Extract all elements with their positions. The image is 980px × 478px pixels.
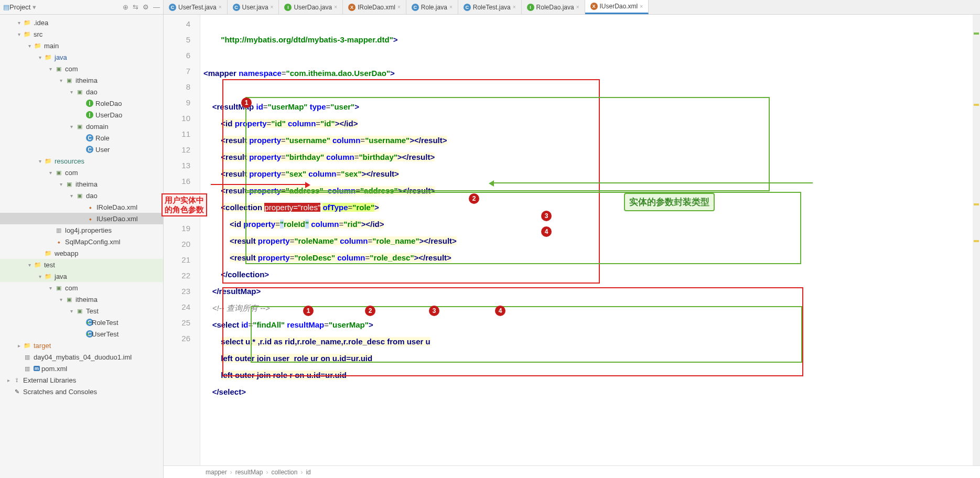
tab-usertest-java[interactable]: CUserTest.java× xyxy=(164,0,228,14)
tab-roletest-java[interactable]: CRoleTest.java× xyxy=(458,0,522,14)
tree-item-java[interactable]: ▾📁java xyxy=(0,51,163,63)
code-editor[interactable]: "http://mybatis.org/dtd/mybatis-3-mapper… xyxy=(200,15,973,465)
close-icon[interactable]: × xyxy=(449,4,453,10)
tree-item-pom-xml[interactable]: ▥mpom.xml xyxy=(0,363,163,374)
tree-item-iroledao-xml[interactable]: ⬥IRoleDao.xml xyxy=(0,201,163,213)
tree-item-user[interactable]: CUser xyxy=(0,144,163,155)
tree-item-itheima[interactable]: ▾▣itheima xyxy=(0,178,163,190)
tree-item-src[interactable]: ▾📁src xyxy=(0,28,163,40)
tree-twisty[interactable]: ▾ xyxy=(58,78,64,83)
breadcrumb[interactable]: mapper›resultMap›collection›id xyxy=(164,465,980,478)
line-number[interactable]: 19 xyxy=(164,221,190,236)
tree-twisty[interactable]: ▾ xyxy=(26,262,33,268)
tree-twisty[interactable]: ▾ xyxy=(68,308,74,314)
tree-twisty[interactable]: ▾ xyxy=(68,124,74,129)
line-number[interactable]: 5 xyxy=(164,32,190,48)
tree-item-role[interactable]: CRole xyxy=(0,132,163,144)
tree-item-roledao[interactable]: IRoleDao xyxy=(0,97,163,109)
line-number[interactable]: 7 xyxy=(164,63,190,79)
close-icon[interactable]: × xyxy=(640,4,643,9)
tree-item-main[interactable]: ▾📁main xyxy=(0,40,163,51)
close-icon[interactable]: × xyxy=(576,4,579,10)
tree-twisty[interactable]: ▸ xyxy=(5,377,12,383)
tree-item-log4j-properties[interactable]: ▥log4j.properties xyxy=(0,224,163,236)
line-number[interactable]: 20 xyxy=(164,236,190,252)
line-number[interactable]: 25 xyxy=(164,315,190,331)
close-icon[interactable]: × xyxy=(397,4,401,10)
tree-item-sqlmapconfig-xml[interactable]: ⬥SqlMapConfig.xml xyxy=(0,236,163,247)
line-number[interactable]: 6 xyxy=(164,48,190,63)
project-tree[interactable]: ▾📁.idea▾📁src▾📁main▾📁java▾▣com▾▣itheima▾▣… xyxy=(0,15,163,478)
tree-twisty[interactable]: ▾ xyxy=(37,158,43,164)
tree-item-resources[interactable]: ▾📁resources xyxy=(0,155,163,167)
tree-item-scratches-and-consoles[interactable]: ✎Scratches and Consoles xyxy=(0,386,163,397)
tree-item--idea[interactable]: ▾📁.idea xyxy=(0,17,163,28)
tree-twisty[interactable]: ▾ xyxy=(47,170,53,176)
line-number[interactable]: 23 xyxy=(164,284,190,299)
line-number[interactable]: 10 xyxy=(164,111,190,126)
locate-icon[interactable]: ⊕ xyxy=(123,3,128,11)
tree-item-itheima[interactable]: ▾▣itheima xyxy=(0,294,163,305)
line-number[interactable]: 22 xyxy=(164,268,190,284)
gear-icon[interactable]: ⚙ xyxy=(143,3,149,11)
tree-item-itheima[interactable]: ▾▣itheima xyxy=(0,74,163,86)
tree-item-dao[interactable]: ▾▣dao xyxy=(0,190,163,201)
tree-item-iuserdao-xml[interactable]: ⬥IUserDao.xml xyxy=(0,213,163,224)
tab-iuserdao-xml[interactable]: XIUserDao.xml× xyxy=(585,0,649,14)
expand-icon[interactable]: ⇆ xyxy=(133,3,138,11)
line-number[interactable]: 16 xyxy=(164,173,190,189)
tab-roledao-java[interactable]: IRoleDao.java× xyxy=(522,0,585,14)
tree-item-external-libraries[interactable]: ▸⟟External Libraries xyxy=(0,374,163,386)
tab-role-java[interactable]: CRole.java× xyxy=(406,0,458,14)
hide-icon[interactable]: — xyxy=(153,3,160,11)
tree-item-test[interactable]: ▾📁test xyxy=(0,259,163,270)
tree-twisty[interactable]: ▾ xyxy=(58,297,64,302)
close-icon[interactable]: × xyxy=(334,4,337,10)
tree-twisty[interactable]: ▸ xyxy=(16,343,22,349)
tree-twisty[interactable]: ▾ xyxy=(58,181,64,187)
breadcrumb-item[interactable]: mapper xyxy=(206,469,227,476)
tree-twisty[interactable]: ▾ xyxy=(47,285,53,291)
line-number[interactable]: 26 xyxy=(164,331,190,346)
tree-item-roletest[interactable]: C▸RoleTest xyxy=(0,317,163,328)
tree-twisty[interactable]: ▾ xyxy=(16,20,22,26)
dropdown-icon[interactable]: ▾ xyxy=(33,3,36,11)
tree-twisty[interactable]: ▾ xyxy=(26,43,33,49)
tree-item-java[interactable]: ▾📁java xyxy=(0,270,163,282)
tree-item-com[interactable]: ▾▣com xyxy=(0,167,163,178)
tree-item-usertest[interactable]: C▸UserTest xyxy=(0,328,163,340)
tree-twisty[interactable]: ▾ xyxy=(37,274,43,279)
breadcrumb-item[interactable]: collection xyxy=(271,469,297,476)
tree-twisty[interactable]: ▾ xyxy=(37,55,43,60)
prop-icon: ▥ xyxy=(23,364,31,373)
tree-twisty[interactable]: ▾ xyxy=(47,66,53,72)
line-number[interactable]: 11 xyxy=(164,126,190,142)
line-number[interactable]: 24 xyxy=(164,299,190,315)
line-number[interactable]: 21 xyxy=(164,252,190,268)
tab-userdao-java[interactable]: IUserDao.java× xyxy=(279,0,343,14)
tree-item-domain[interactable]: ▾▣domain xyxy=(0,121,163,132)
breadcrumb-item[interactable]: resultMap xyxy=(235,469,263,476)
tree-item-userdao[interactable]: IUserDao xyxy=(0,109,163,121)
line-number[interactable]: 9 xyxy=(164,95,190,111)
line-number[interactable]: 13 xyxy=(164,158,190,173)
tree-item-com[interactable]: ▾▣com xyxy=(0,63,163,74)
tree-item-dao[interactable]: ▾▣dao xyxy=(0,86,163,97)
tab-iroledao-xml[interactable]: XIRoleDao.xml× xyxy=(343,0,406,14)
breadcrumb-item[interactable]: id xyxy=(306,469,310,476)
tree-twisty[interactable]: ▾ xyxy=(68,89,74,95)
tree-item-day04-mybatis-04-duoduo1-iml[interactable]: ▥day04_mybatis_04_duoduo1.iml xyxy=(0,351,163,363)
tree-item-test[interactable]: ▾▣Test xyxy=(0,305,163,317)
line-number[interactable]: 8 xyxy=(164,79,190,95)
tree-item-com[interactable]: ▾▣com xyxy=(0,282,163,294)
line-number[interactable]: 12 xyxy=(164,142,190,158)
close-icon[interactable]: × xyxy=(513,4,516,10)
tab-user-java[interactable]: CUser.java× xyxy=(228,0,279,14)
close-icon[interactable]: × xyxy=(219,4,222,10)
tree-item-webapp[interactable]: 📁webapp xyxy=(0,247,163,259)
tree-twisty[interactable]: ▾ xyxy=(68,193,74,199)
tree-twisty[interactable]: ▾ xyxy=(16,31,22,37)
line-number[interactable]: 4 xyxy=(164,16,190,32)
close-icon[interactable]: × xyxy=(271,4,274,10)
tree-item-target[interactable]: ▸📁target xyxy=(0,340,163,351)
